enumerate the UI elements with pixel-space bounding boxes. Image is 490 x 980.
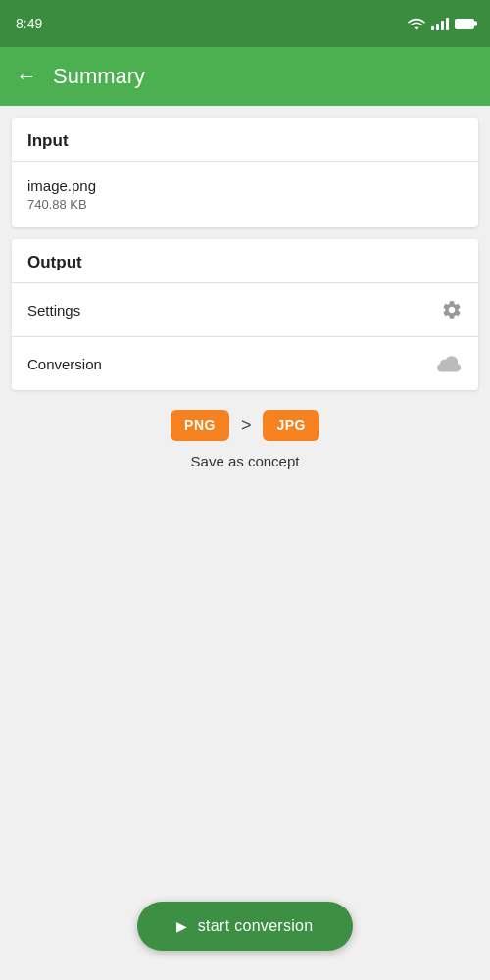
settings-label: Settings	[27, 302, 80, 318]
wifi-icon	[408, 17, 425, 30]
file-size: 740.88 KB	[27, 197, 96, 212]
start-button-label: start conversion	[198, 917, 314, 935]
output-card: Output Settings Conversion	[12, 239, 478, 390]
app-bar: ← Summary	[0, 47, 490, 106]
to-format-badge[interactable]: JPG	[263, 410, 319, 441]
from-format-badge[interactable]: PNG	[171, 410, 229, 441]
play-icon: ▶	[176, 918, 187, 934]
status-time: 8:49	[16, 16, 42, 31]
conversion-badges: PNG > JPG	[12, 410, 478, 441]
battery-icon	[455, 19, 474, 29]
input-card-header: Input	[12, 118, 478, 162]
save-concept-label[interactable]: Save as concept	[12, 453, 478, 469]
input-label: Input	[27, 131, 69, 150]
signal-bars-icon	[431, 18, 450, 30]
input-file-row: image.png 740.88 KB	[12, 162, 478, 227]
fab-bar: ▶ start conversion	[0, 902, 490, 951]
conversion-row[interactable]: Conversion	[12, 336, 478, 390]
start-conversion-button[interactable]: ▶ start conversion	[137, 902, 353, 951]
page-title: Summary	[53, 64, 145, 89]
gear-icon	[441, 299, 463, 320]
back-button[interactable]: ←	[16, 64, 37, 89]
status-icons	[408, 17, 475, 30]
status-bar: 8:49	[0, 0, 490, 47]
input-card: Input image.png 740.88 KB	[12, 118, 478, 227]
cloud-icon	[437, 353, 463, 374]
settings-row[interactable]: Settings	[12, 283, 478, 336]
file-name: image.png	[27, 177, 96, 194]
arrow-icon: >	[241, 416, 252, 436]
output-card-header: Output	[12, 239, 478, 283]
output-label: Output	[27, 253, 82, 271]
main-content: Input image.png 740.88 KB Output Setting…	[0, 106, 490, 980]
file-info: image.png 740.88 KB	[27, 177, 96, 212]
conversion-label: Conversion	[27, 356, 102, 372]
